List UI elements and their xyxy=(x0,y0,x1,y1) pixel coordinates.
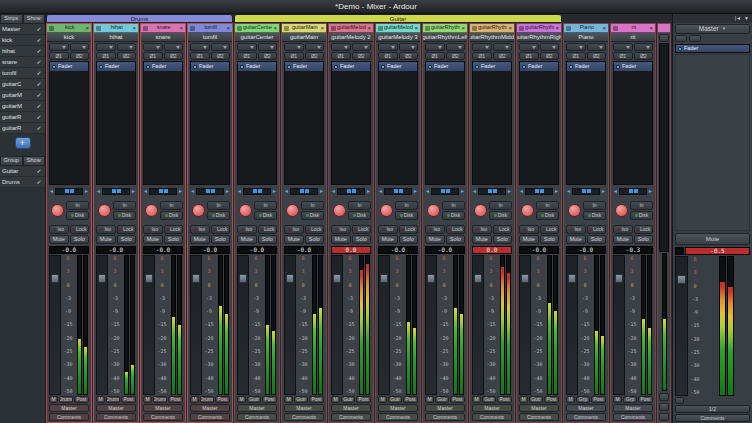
record-arm-button[interactable] xyxy=(51,204,64,217)
fader-processor-entry[interactable]: Fader xyxy=(285,62,323,71)
strip-name-button[interactable]: guitarMelody 2 xyxy=(329,33,373,42)
solo-button[interactable]: Solo xyxy=(587,235,607,244)
pan-left-arrow-icon[interactable]: ◄ xyxy=(96,189,101,194)
monitor-input-button[interactable]: In xyxy=(66,201,89,210)
master-metering-mode-button[interactable] xyxy=(675,397,684,404)
gain-fader[interactable] xyxy=(331,255,343,395)
strip-name-button[interactable]: tomfil xyxy=(188,33,232,42)
collapse-strips-icon[interactable]: |◄ xyxy=(735,16,741,21)
record-arm-button[interactable] xyxy=(380,204,393,217)
mute-button[interactable]: Mute xyxy=(566,235,586,244)
narrow-color-bar[interactable] xyxy=(658,24,670,33)
strip-color-bar[interactable]: Piano × xyxy=(564,24,608,33)
fader-processor-entry[interactable]: Fader xyxy=(332,62,370,71)
monitor-disk-button[interactable]: Disk xyxy=(489,211,512,220)
processor-box[interactable]: Fader xyxy=(96,61,136,185)
pan-slider[interactable] xyxy=(55,188,83,195)
record-arm-button[interactable] xyxy=(98,204,111,217)
meter-point-button[interactable]: Post xyxy=(262,396,277,403)
meter-point-button[interactable]: Post xyxy=(450,396,465,403)
comments-button[interactable]: Comments xyxy=(284,413,324,421)
comments-button[interactable]: Comments xyxy=(190,413,230,421)
monitor-input-button[interactable]: In xyxy=(395,201,418,210)
strip-color-bar[interactable]: guitarRhythmLeft × xyxy=(423,24,467,33)
strip-menu-icon[interactable] xyxy=(472,26,477,31)
processor-box[interactable]: Fader xyxy=(237,61,277,185)
monitor-input-button[interactable]: In xyxy=(160,201,183,210)
gain-fader[interactable] xyxy=(519,255,531,395)
group-tab[interactable]: Drums xyxy=(46,14,233,23)
mute-button[interactable]: Mute xyxy=(49,235,69,244)
strip-color-bar[interactable]: guitarMelody 2 × xyxy=(329,24,373,33)
gain-display[interactable]: 0.0 xyxy=(472,246,512,254)
strip-name-button[interactable]: guitarRhythmMiddle xyxy=(470,33,514,42)
phase-invert-1-button[interactable]: Ø1 xyxy=(519,52,539,60)
strip-name-button[interactable]: kick xyxy=(47,33,91,42)
route-group-button[interactable]: Drums xyxy=(153,396,167,403)
monitor-disk-button[interactable]: Disk xyxy=(207,211,230,220)
monitor-input-button[interactable]: In xyxy=(489,201,512,210)
fader-processor-entry[interactable]: Fader xyxy=(614,62,652,71)
solo-lock-button[interactable]: Lock xyxy=(352,225,372,234)
pan-left-arrow-icon[interactable]: ◄ xyxy=(472,189,477,194)
strip-color-bar[interactable]: tomfil × xyxy=(188,24,232,33)
phase-invert-1-button[interactable]: Ø1 xyxy=(378,52,398,60)
gain-fader[interactable] xyxy=(613,255,625,395)
record-arm-button[interactable] xyxy=(239,204,252,217)
phase-invert-1-button[interactable]: Ø1 xyxy=(96,52,116,60)
processor-box[interactable]: Fader xyxy=(284,61,324,185)
pan-right-arrow-icon[interactable]: ► xyxy=(225,189,230,194)
mute-button[interactable]: Mute xyxy=(472,235,492,244)
fader-processor-entry[interactable]: Fader xyxy=(50,62,88,71)
close-icon[interactable]: × xyxy=(179,25,183,31)
strip-name-button[interactable]: hihat xyxy=(94,33,138,42)
metering-mode-button[interactable]: M xyxy=(566,396,575,403)
record-arm-button[interactable] xyxy=(521,204,534,217)
pan-left-arrow-icon[interactable]: ◄ xyxy=(143,189,148,194)
meter-point-button[interactable]: Post xyxy=(403,396,418,403)
monitor-input-button[interactable]: In xyxy=(583,201,606,210)
trim-button[interactable] xyxy=(164,43,184,51)
solo-isolate-button[interactable]: Iso xyxy=(566,225,586,234)
metering-mode-button[interactable]: M xyxy=(96,396,105,403)
monitor-input-button[interactable]: In xyxy=(113,201,136,210)
solo-lock-button[interactable]: Lock xyxy=(258,225,278,234)
trim-button[interactable] xyxy=(493,43,513,51)
fader-led-icon[interactable] xyxy=(334,65,338,69)
fader-led-icon[interactable] xyxy=(522,65,526,69)
solo-isolate-button[interactable]: Iso xyxy=(190,225,210,234)
pan-slider[interactable] xyxy=(290,188,318,195)
record-arm-button[interactable] xyxy=(615,204,628,217)
close-icon[interactable]: × xyxy=(414,25,418,31)
gain-fader[interactable] xyxy=(566,255,578,395)
route-group-button[interactable]: Gutr xyxy=(482,396,496,403)
trim-button[interactable] xyxy=(587,43,607,51)
solo-lock-button[interactable]: Lock xyxy=(70,225,90,234)
output-route-button[interactable]: Master xyxy=(190,404,230,412)
strip-visible-checkbox[interactable]: ✓ xyxy=(35,48,43,54)
pan-right-arrow-icon[interactable]: ► xyxy=(272,189,277,194)
meter-point-button[interactable]: Post xyxy=(215,396,230,403)
strip-menu-icon[interactable] xyxy=(331,26,336,31)
phase-invert-1-button[interactable]: Ø1 xyxy=(331,52,351,60)
master-fader-processor-entry[interactable]: Fader xyxy=(675,44,750,53)
strip-menu-icon[interactable] xyxy=(378,26,383,31)
fader-led-icon[interactable] xyxy=(146,65,150,69)
solo-lock-button[interactable]: Lock xyxy=(587,225,607,234)
metering-mode-button[interactable]: M xyxy=(425,396,434,403)
phase-invert-1-button[interactable]: Ø1 xyxy=(613,52,633,60)
meter-point-button[interactable]: Post xyxy=(309,396,324,403)
pan-left-arrow-icon[interactable]: ◄ xyxy=(284,189,289,194)
strip-color-bar[interactable]: guitarMelody 3 × xyxy=(376,24,420,33)
strip-name-button[interactable]: guitarCenter xyxy=(235,33,279,42)
meter-point-button[interactable]: Post xyxy=(497,396,512,403)
trim-button[interactable] xyxy=(211,43,231,51)
input-button[interactable] xyxy=(143,43,163,51)
fader-led-icon[interactable] xyxy=(99,65,103,69)
strip-list-item[interactable]: guitarM ✓ xyxy=(0,101,45,112)
pan-right-arrow-icon[interactable]: ► xyxy=(84,189,89,194)
close-icon[interactable]: × xyxy=(649,25,653,31)
pan-right-arrow-icon[interactable]: ► xyxy=(601,189,606,194)
strip-name-button[interactable]: guitarMelody 3 xyxy=(376,33,420,42)
master-input-button[interactable] xyxy=(675,35,687,42)
